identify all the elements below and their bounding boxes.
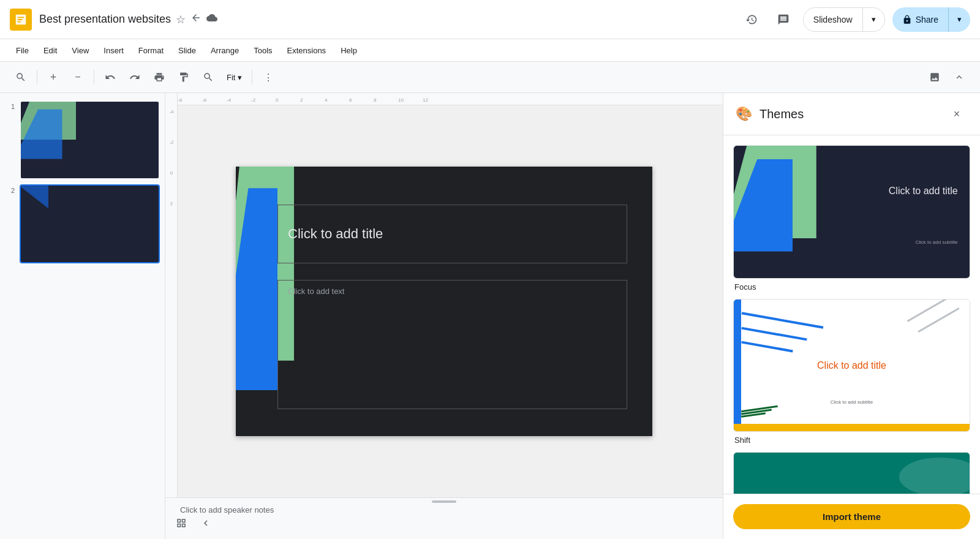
theme-thumbnail-coral[interactable] xyxy=(733,452,970,494)
menu-bar: File Edit View Insert Format Slide Arran… xyxy=(0,39,980,61)
menu-tools[interactable]: Tools xyxy=(247,43,278,58)
svg-text:10: 10 xyxy=(398,97,404,103)
more-options-icon: ⋮ xyxy=(263,72,273,83)
coral-circle-shape xyxy=(899,458,970,494)
slide-thumbnail-2[interactable] xyxy=(20,184,160,263)
slide-thumbnail-1[interactable] xyxy=(20,100,160,179)
menu-file[interactable]: File xyxy=(10,43,35,58)
slideshow-main-button[interactable]: Slideshow xyxy=(804,8,862,31)
collapse-toolbar-button[interactable] xyxy=(948,66,970,88)
slide-canvas[interactable]: Click to add title Click to add text xyxy=(236,167,652,436)
share-main-button[interactable]: Share xyxy=(892,7,948,32)
svg-text:-6: -6 xyxy=(202,97,207,103)
import-theme-button[interactable]: Import theme xyxy=(733,504,970,529)
search-button[interactable] xyxy=(10,66,32,88)
share-label: Share xyxy=(916,15,938,24)
zoom-in-button[interactable]: + xyxy=(42,66,64,88)
themes-header: 🎨 Themes × xyxy=(723,93,980,135)
paint-format-button[interactable] xyxy=(173,66,195,88)
notes-handle xyxy=(432,500,456,503)
zoom-search-button[interactable] xyxy=(197,66,219,88)
zoom-level-select[interactable]: Fit ▾ xyxy=(222,66,247,88)
shift-bottom-border xyxy=(734,424,970,431)
theme-item-shift[interactable]: Click to add title Click to add subtitle… xyxy=(733,299,970,445)
svg-text:4: 4 xyxy=(325,97,328,103)
zoom-out-button[interactable]: − xyxy=(67,66,89,88)
themes-panel: 🎨 Themes × Click to add title Click to a… xyxy=(723,93,980,539)
slide-item-2[interactable]: 2 xyxy=(5,184,160,263)
horizontal-ruler: -8-6-4 -202 468 1012 xyxy=(165,93,723,105)
slide-item-1[interactable]: 1 xyxy=(5,100,160,179)
toolbar-divider-2 xyxy=(94,70,94,85)
grid-view-button[interactable] xyxy=(170,512,192,534)
toolbar: + − Fit ▾ ⋮ xyxy=(0,61,980,93)
menu-extensions[interactable]: Extensions xyxy=(281,43,333,58)
zoom-label: Fit xyxy=(227,73,235,82)
redo-button[interactable] xyxy=(124,66,146,88)
svg-text:6: 6 xyxy=(349,97,352,103)
slideshow-dropdown-button[interactable]: ▾ xyxy=(862,8,884,31)
more-options-button[interactable]: ⋮ xyxy=(257,66,279,88)
share-dropdown-button[interactable]: ▾ xyxy=(948,7,970,32)
svg-text:12: 12 xyxy=(423,97,428,103)
svg-rect-3 xyxy=(18,21,21,22)
main-area: 1 2 -8-6-4 xyxy=(0,93,980,539)
canvas-title-text: Click to add title xyxy=(288,226,383,242)
star-icon[interactable]: ☆ xyxy=(176,13,186,26)
menu-help[interactable]: Help xyxy=(334,43,363,58)
canvas-title-box[interactable]: Click to add title xyxy=(277,205,627,264)
themes-footer: Import theme xyxy=(723,494,980,539)
theme-name-shift: Shift xyxy=(733,435,970,445)
canvas-area: -8-6-4 -202 468 1012 -4 -2 0 2 xyxy=(165,93,723,539)
insert-image-button[interactable] xyxy=(924,66,946,88)
menu-insert[interactable]: Insert xyxy=(97,43,130,58)
drive-icon[interactable] xyxy=(190,12,202,26)
svg-text:-2: -2 xyxy=(251,97,256,103)
theme-item-coral[interactable] xyxy=(733,452,970,494)
slide2-corner-shape xyxy=(21,186,48,208)
svg-text:-4: -4 xyxy=(227,97,232,103)
share-button-group: Share ▾ xyxy=(892,7,970,32)
shift-line-1 xyxy=(741,312,823,328)
focus-subtitle-text: Click to add subtitle xyxy=(915,239,957,245)
shift-subtitle-text: Click to add subtitle xyxy=(831,399,873,405)
theme-thumbnail-focus[interactable]: Click to add title Click to add subtitle xyxy=(733,145,970,279)
svg-text:2: 2 xyxy=(300,97,303,103)
themes-list: Click to add title Click to add subtitle… xyxy=(723,135,980,494)
focus-title-text: Click to add title xyxy=(889,186,958,197)
app-icon xyxy=(10,9,32,31)
slide-number-1: 1 xyxy=(5,103,15,110)
svg-text:8: 8 xyxy=(374,97,377,103)
print-button[interactable] xyxy=(148,66,170,88)
menu-view[interactable]: View xyxy=(66,43,95,58)
cloud-icon[interactable] xyxy=(206,12,217,26)
slides-panel: 1 2 xyxy=(0,93,165,539)
history-button[interactable] xyxy=(739,7,764,32)
shift-line-3 xyxy=(741,341,793,353)
collapse-panel-button[interactable] xyxy=(195,512,217,534)
theme-thumbnail-shift[interactable]: Click to add title Click to add subtitle xyxy=(733,299,970,432)
toolbar-divider-3 xyxy=(252,70,252,85)
shift-line-2 xyxy=(741,326,807,341)
themes-close-button[interactable]: × xyxy=(946,103,968,125)
slideshow-button-group: Slideshow ▾ xyxy=(803,7,885,32)
comments-button[interactable] xyxy=(771,7,796,32)
coral-bg xyxy=(734,453,970,494)
canvas-body-box[interactable]: Click to add text xyxy=(277,280,627,409)
document-title: Best presentation websites xyxy=(39,13,171,26)
svg-rect-1 xyxy=(18,17,24,18)
bottom-left-controls xyxy=(165,507,222,539)
menu-format[interactable]: Format xyxy=(132,43,170,58)
theme-item-focus[interactable]: Click to add title Click to add subtitle… xyxy=(733,145,970,292)
canvas-body-text: Click to add text xyxy=(288,287,345,296)
title-bar: Best presentation websites ☆ Slideshow ▾… xyxy=(0,0,980,39)
menu-slide[interactable]: Slide xyxy=(172,43,202,58)
notes-bar[interactable]: Click to add speaker notes xyxy=(165,497,723,539)
zoom-dropdown-icon: ▾ xyxy=(238,73,242,82)
menu-edit[interactable]: Edit xyxy=(37,43,63,58)
menu-arrange[interactable]: Arrange xyxy=(205,43,245,58)
undo-button[interactable] xyxy=(99,66,121,88)
canvas-scroll[interactable]: Click to add title Click to add text xyxy=(165,105,723,497)
themes-title: Themes xyxy=(760,107,938,121)
shift-title-text: Click to add title xyxy=(817,360,886,371)
